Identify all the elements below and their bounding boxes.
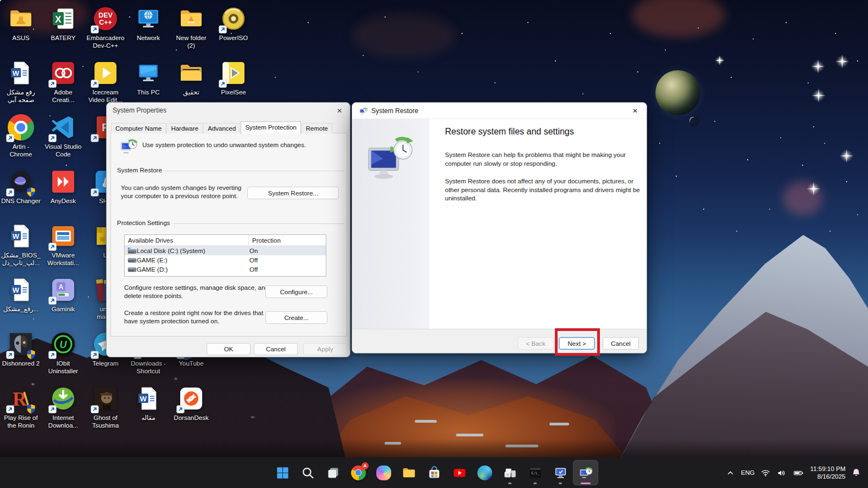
taskbar-chrome[interactable]: A	[346, 460, 371, 485]
desktop-icon-play-rise-of-the-ronin[interactable]: RPlay Rise ofthe Ronin	[0, 385, 42, 439]
desktop-icon-gaminik[interactable]: AGaminik	[42, 277, 84, 330]
rafe-moshkel-doc-icon: W	[8, 277, 34, 303]
this-pc-icon	[135, 60, 162, 86]
taskbar: AC:\_ ENG 11:59:10 PM 8/16/2025	[0, 457, 868, 488]
taskbar-system-properties-window[interactable]	[548, 460, 573, 485]
desktop-icon-bios-doc[interactable]: Wمشكل_BIOS_لپ_تاپ_دل...	[0, 223, 42, 277]
taskbar-search[interactable]	[295, 460, 320, 485]
desktop-icon-label: مقاله	[141, 414, 155, 422]
back-button[interactable]: < Back	[518, 337, 554, 350]
taskbar-start[interactable]	[270, 460, 295, 485]
desktop-icon-asus[interactable]: ASUS	[0, 5, 42, 59]
wizard-left-pane	[352, 119, 430, 330]
system-restore-watermark-icon	[364, 134, 418, 185]
tab-computer-name[interactable]: Computer Name	[111, 123, 166, 133]
desktop-icon-new-folder-2[interactable]: New folder(2)	[170, 5, 212, 59]
desktop-icon-dorsandesk[interactable]: DorsanDesk	[170, 385, 212, 439]
desktop-icon-label: Telegram	[92, 360, 118, 367]
shortcut-arrow-icon	[48, 351, 57, 359]
drive-protection-status: Off	[246, 266, 258, 273]
drive-name: Local Disk (C:) (System)	[137, 248, 246, 254]
ok-button[interactable]: OK	[207, 343, 251, 355]
taskbar-task-view[interactable]	[320, 460, 346, 485]
running-indicator	[533, 483, 537, 484]
system-restore-wizard: System Restore Restore system files and …	[352, 102, 647, 354]
column-protection[interactable]: Protection	[249, 237, 281, 244]
drive-row-2[interactable]: GAME (D:)Off	[125, 265, 326, 274]
drive-protection-status: Off	[246, 257, 258, 263]
taskbar-youtube[interactable]	[447, 460, 472, 485]
taskbar-edge[interactable]	[472, 460, 497, 485]
desktop-icon-embarcadero-dev-cpp[interactable]: DEVC++EmbarcaderoDev-C++	[85, 5, 126, 59]
new-folder-2-icon	[178, 5, 204, 32]
desktop-icon-dishonored-2[interactable]: Dishonored 2	[0, 331, 42, 385]
dialog-title: System Properties	[113, 106, 166, 114]
close-icon[interactable]	[335, 106, 344, 116]
taskbar-microsoft-store[interactable]	[421, 460, 447, 485]
system-properties-titlebar[interactable]: System Properties	[107, 103, 350, 118]
desktop-icon-label: New folder(2)	[176, 34, 207, 49]
volume-icon[interactable]	[776, 468, 787, 478]
wifi-icon[interactable]	[760, 468, 771, 478]
desktop-icon-label: Visual StudioCode	[45, 143, 82, 158]
notification-bell-icon[interactable]	[851, 468, 861, 478]
desktop-icon-anydesk[interactable]: AnyDesk	[42, 169, 84, 222]
desktop-icon-label: Network	[137, 34, 160, 42]
desktop-icon-dns-changer[interactable]: DNS Changer	[0, 169, 42, 222]
desktop-icon-rafe-moshkel-doc[interactable]: Wرفع_مشكل...	[0, 277, 42, 330]
desktop-icon-network[interactable]: Network	[127, 5, 169, 59]
column-available-drives[interactable]: Available Drives	[125, 235, 249, 245]
taskbar-terminal[interactable]: C:\_	[522, 460, 548, 485]
svg-text:C:\_: C:\_	[531, 470, 539, 475]
desktop-icon-poweriso[interactable]: PowerISO	[213, 5, 254, 59]
shortcut-arrow-icon	[48, 243, 57, 251]
clock[interactable]: 11:59:10 PM 8/16/2025	[810, 465, 845, 480]
shortcut-arrow-icon	[91, 80, 99, 88]
tab-advanced[interactable]: Advanced	[203, 123, 240, 133]
running-indicator	[508, 483, 511, 484]
desktop-icon-artin-chrome[interactable]: Artin -Chrome	[0, 114, 42, 168]
drive-icon	[125, 257, 137, 263]
close-icon[interactable]	[630, 106, 640, 116]
configure-button[interactable]: Configure...	[265, 285, 327, 298]
desktop-icon-iobit-uninstaller[interactable]: UIObitUninstaller	[42, 331, 84, 385]
desktop-icon-label: IObitUninstaller	[48, 360, 78, 375]
cancel-button[interactable]: Cancel	[254, 343, 298, 355]
desktop-icon-label: InternetDownloa...	[48, 414, 78, 429]
taskbar-device-app[interactable]	[497, 460, 522, 485]
wizard-cancel-button[interactable]: Cancel	[603, 337, 639, 350]
tab-remote[interactable]: Remote	[302, 123, 332, 133]
desktop-icon-label: Artin -Chrome	[10, 143, 32, 158]
desktop-icon-label: BATERY	[51, 34, 76, 42]
hidden-icons-chevron-icon[interactable]	[725, 468, 736, 478]
shortcut-arrow-icon	[176, 405, 185, 413]
taskbar-file-explorer[interactable]	[396, 460, 421, 485]
taskbar-copilot[interactable]	[371, 460, 396, 485]
divider	[164, 171, 344, 171]
desktop-icon-label: Dishonored 2	[2, 360, 40, 367]
desktop-icon-vmware-workstation[interactable]: VMwareWorkstati...	[42, 223, 84, 277]
desktop-icon-maqale-doc[interactable]: Wمقاله	[127, 385, 169, 439]
desktop-icon-internet-download-manager[interactable]: InternetDownloa...	[42, 385, 84, 439]
system-restore-button[interactable]: System Restore...	[247, 187, 339, 199]
desktop-icon-ghost-of-tsushima[interactable]: Ghost ofTsushima	[85, 385, 126, 439]
language-indicator[interactable]: ENG	[741, 469, 755, 476]
apply-button[interactable]: Apply	[303, 343, 347, 355]
desktop-icon-visual-studio-code[interactable]: Visual StudioCode	[42, 114, 84, 168]
wizard-titlebar[interactable]: System Restore	[352, 103, 647, 119]
taskbar-system-restore-window[interactable]	[573, 460, 598, 485]
desktop-icon-batery[interactable]: XBATERY	[42, 5, 84, 59]
taskbar-icons: AC:\_	[270, 457, 598, 488]
battery-icon[interactable]	[792, 468, 805, 478]
tab-hardware[interactable]: Hardware	[166, 123, 203, 133]
create-button[interactable]: Create...	[265, 311, 327, 324]
drive-row-1[interactable]: GAME (E:)Off	[125, 255, 326, 265]
desktop-icon-rafe-moshkel-blue-screen[interactable]: Wرفع مشكلصفحه آبي	[0, 60, 42, 114]
tab-system-protection[interactable]: System Protection	[241, 121, 301, 134]
drive-row-0[interactable]: Local Disk (C:) (System)On	[125, 246, 326, 255]
system-restore-text: You can undo system changes by reverting…	[121, 184, 253, 200]
maqale-doc-icon: W	[135, 385, 162, 412]
desktop-icon-adobe-creative[interactable]: AdobeCreati...	[42, 60, 84, 114]
svg-text:U: U	[60, 339, 68, 350]
shortcut-arrow-icon	[6, 405, 14, 413]
